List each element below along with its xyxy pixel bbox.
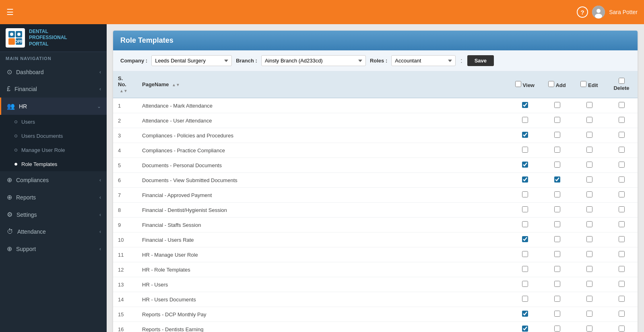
add-checkbox-5[interactable]: [554, 176, 560, 183]
roles-select[interactable]: Accountant: [391, 55, 456, 66]
cell-view: [509, 203, 541, 218]
add-checkbox-15[interactable]: [554, 326, 560, 332]
view-checkbox-5[interactable]: [522, 176, 528, 183]
delete-checkbox-7[interactable]: [619, 206, 625, 212]
add-checkbox-12[interactable]: [554, 281, 560, 287]
company-select[interactable]: Leeds Dental Surgery: [151, 55, 232, 66]
delete-checkbox-4[interactable]: [619, 162, 625, 168]
view-checkbox-3[interactable]: [522, 147, 528, 153]
delete-checkbox-6[interactable]: [619, 191, 625, 197]
delete-checkbox-0[interactable]: [619, 102, 625, 108]
edit-checkbox-5[interactable]: [586, 176, 592, 183]
edit-checkbox-6[interactable]: [586, 191, 592, 197]
hamburger-icon[interactable]: ☰: [6, 7, 14, 17]
save-button[interactable]: Save: [467, 55, 494, 66]
edit-checkbox-1[interactable]: [586, 117, 592, 123]
delete-checkbox-15[interactable]: [619, 326, 625, 332]
cell-add: [541, 292, 573, 307]
cell-view: [509, 277, 541, 292]
view-checkbox-11[interactable]: [522, 266, 528, 272]
delete-checkbox-3[interactable]: [619, 147, 625, 153]
edit-checkbox-2[interactable]: [586, 132, 592, 138]
sidebar-item-compliances[interactable]: ⊕ Compliances ‹: [0, 171, 107, 189]
view-checkbox-7[interactable]: [522, 206, 528, 212]
branch-select[interactable]: Ainsty Branch (Ad233cd): [261, 55, 366, 66]
cell-delete: [605, 232, 638, 247]
sidebar-item-dashboard[interactable]: ⊙ Dashboard ‹: [0, 63, 107, 81]
sidebar-item-manage-user-role[interactable]: Manage User Role: [0, 143, 107, 157]
view-all-checkbox[interactable]: [515, 81, 521, 87]
delete-checkbox-1[interactable]: [619, 117, 625, 123]
edit-checkbox-8[interactable]: [586, 221, 592, 227]
sidebar-item-support[interactable]: ⊕ Support ‹: [0, 240, 107, 257]
view-checkbox-10[interactable]: [522, 251, 528, 257]
add-checkbox-7[interactable]: [554, 206, 560, 212]
sidebar-item-attendance[interactable]: ⏱ Attendance ‹: [0, 223, 107, 240]
edit-checkbox-15[interactable]: [586, 326, 592, 332]
edit-all-checkbox[interactable]: [580, 81, 586, 87]
delete-checkbox-9[interactable]: [619, 236, 625, 242]
delete-checkbox-12[interactable]: [619, 281, 625, 287]
delete-checkbox-8[interactable]: [619, 221, 625, 227]
delete-checkbox-2[interactable]: [619, 132, 625, 138]
add-checkbox-0[interactable]: [554, 102, 560, 108]
delete-checkbox-5[interactable]: [619, 176, 625, 183]
add-all-checkbox[interactable]: [548, 81, 554, 87]
view-checkbox-13[interactable]: [522, 296, 528, 302]
main-nav-label: MAIN NAVIGATION: [0, 52, 107, 63]
cell-edit: [573, 143, 605, 158]
edit-checkbox-0[interactable]: [586, 102, 592, 108]
delete-checkbox-14[interactable]: [619, 311, 625, 317]
view-checkbox-1[interactable]: [522, 117, 528, 123]
view-checkbox-6[interactable]: [522, 191, 528, 197]
sidebar-item-hr[interactable]: 👥 HR ⌄: [0, 98, 107, 115]
add-checkbox-10[interactable]: [554, 251, 560, 257]
cell-view: [509, 247, 541, 262]
view-checkbox-12[interactable]: [522, 281, 528, 287]
edit-checkbox-7[interactable]: [586, 206, 592, 212]
sidebar-item-settings[interactable]: ⚙ Settings ‹: [0, 206, 107, 223]
cell-edit: [573, 98, 605, 113]
add-checkbox-9[interactable]: [554, 236, 560, 242]
add-checkbox-11[interactable]: [554, 266, 560, 272]
delete-checkbox-13[interactable]: [619, 296, 625, 302]
sidebar-item-financial[interactable]: £ Financial ‹: [0, 81, 107, 98]
delete-checkbox-11[interactable]: [619, 266, 625, 272]
edit-checkbox-13[interactable]: [586, 296, 592, 302]
help-icon[interactable]: ?: [577, 6, 588, 18]
delete-checkbox-10[interactable]: [619, 251, 625, 257]
sidebar-item-users[interactable]: Users: [0, 115, 107, 129]
table-row: 13 HR - Users: [113, 277, 638, 292]
edit-checkbox-12[interactable]: [586, 281, 592, 287]
add-checkbox-8[interactable]: [554, 221, 560, 227]
add-checkbox-14[interactable]: [554, 311, 560, 317]
view-checkbox-14[interactable]: [522, 311, 528, 317]
view-checkbox-9[interactable]: [522, 236, 528, 242]
edit-checkbox-14[interactable]: [586, 311, 592, 317]
view-checkbox-15[interactable]: [522, 326, 528, 332]
cell-edit: [573, 232, 605, 247]
view-checkbox-8[interactable]: [522, 221, 528, 227]
add-checkbox-1[interactable]: [554, 117, 560, 123]
add-checkbox-6[interactable]: [554, 191, 560, 197]
edit-checkbox-9[interactable]: [586, 236, 592, 242]
logo-box: DPP: [6, 28, 25, 48]
edit-checkbox-11[interactable]: [586, 266, 592, 272]
add-checkbox-13[interactable]: [554, 296, 560, 302]
edit-checkbox-3[interactable]: [586, 147, 592, 153]
delete-all-checkbox[interactable]: [619, 78, 625, 84]
topbar: ☰ ? Sara Potter: [0, 0, 644, 24]
add-checkbox-3[interactable]: [554, 147, 560, 153]
cell-delete: [605, 262, 638, 277]
view-checkbox-4[interactable]: [522, 162, 528, 168]
cell-edit: [573, 218, 605, 232]
add-checkbox-2[interactable]: [554, 132, 560, 138]
view-checkbox-2[interactable]: [522, 132, 528, 138]
edit-checkbox-10[interactable]: [586, 251, 592, 257]
edit-checkbox-4[interactable]: [586, 162, 592, 168]
view-checkbox-0[interactable]: [522, 102, 528, 108]
add-checkbox-4[interactable]: [554, 162, 560, 168]
sidebar-item-users-documents[interactable]: Users Documents: [0, 129, 107, 143]
sidebar-item-reports[interactable]: ⊕ Reports ‹: [0, 189, 107, 206]
sidebar-item-role-templates[interactable]: Role Templates: [0, 157, 107, 171]
